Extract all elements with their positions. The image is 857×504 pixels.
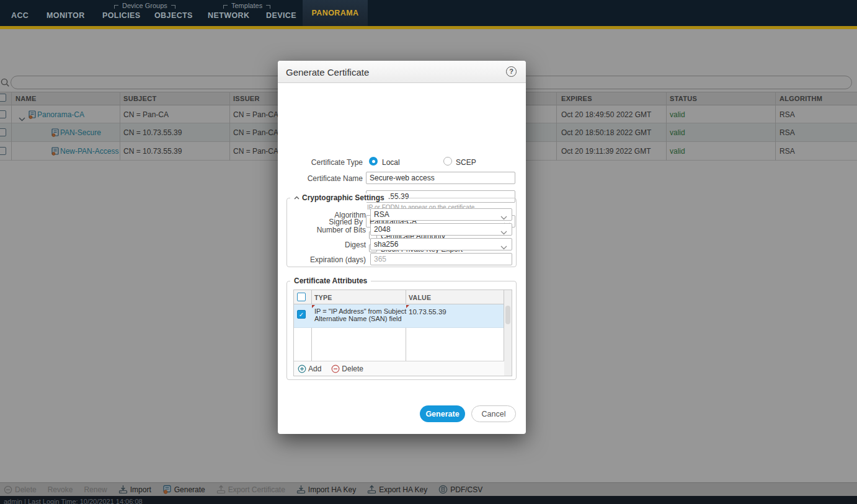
dialog-header: Generate Certificate ? <box>278 61 526 83</box>
chevron-down-icon <box>500 243 507 252</box>
column-header-algorithm[interactable]: ALGORITHM <box>779 95 822 102</box>
attribute-value-cell: 10.73.55.39 <box>409 308 446 316</box>
certificate-name-link[interactable]: New-PAN-Access <box>60 147 118 156</box>
digest-select[interactable]: sha256 <box>370 238 512 250</box>
toolbar-export-ha-key-button[interactable]: Export HA Key <box>367 485 427 494</box>
attribute-row-checkbox[interactable]: ✓ <box>297 310 306 319</box>
status-footer: admin | Last Login Time: 10/20/2021 14:0… <box>0 496 857 504</box>
column-header-issuer[interactable]: ISSUER <box>233 95 260 102</box>
radio-local[interactable] <box>369 157 378 166</box>
attr-column-value[interactable]: VALUE <box>409 294 431 301</box>
column-header-expires[interactable]: EXPIRES <box>561 95 592 102</box>
export-icon <box>216 485 226 494</box>
toolbar-revoke-button: Revoke <box>48 485 73 494</box>
plus-circle-icon <box>298 365 306 373</box>
toolbar-pdf-csv-button[interactable]: PDF/CSV <box>438 485 482 494</box>
radio-local-label[interactable]: Local <box>382 158 400 167</box>
toolbar-generate-button[interactable]: Generate <box>162 485 205 494</box>
expires-cell: Oct 20 18:49:50 2022 GMT <box>561 110 651 119</box>
chevron-down-icon <box>500 213 507 222</box>
status-badge: valid <box>670 110 685 119</box>
certificate-name-link[interactable]: Panorama-CA <box>37 110 84 119</box>
panorama-app: NAME SUBJECT ISSUER EXPIRES STATUS ALGOR… <box>0 0 857 504</box>
column-divider <box>229 92 230 161</box>
issuer-cell: CN = Pan-CA <box>233 128 278 137</box>
column-divider <box>120 92 120 161</box>
tab-network[interactable]: NETWORK <box>208 11 249 20</box>
expires-cell: Oct 20 19:11:39 2022 GMT <box>561 147 651 156</box>
import-icon <box>296 485 306 494</box>
algorithm-cell: RSA <box>779 128 795 137</box>
radio-scep[interactable] <box>443 157 452 166</box>
top-nav: ACC MONITOR POLICIES OBJECTS NETWORK DEV… <box>0 0 857 26</box>
attributes-select-all-checkbox[interactable] <box>297 293 306 301</box>
expiration-field[interactable] <box>370 253 512 265</box>
number-of-bits-label: Number of Bits <box>278 226 366 234</box>
tab-device[interactable]: DEVICE <box>266 11 296 20</box>
device-groups-bracket: Device Groups <box>114 2 175 9</box>
algorithm-cell: RSA <box>779 147 795 156</box>
minus-circle-icon <box>331 365 340 373</box>
delete-attribute-button[interactable]: Delete <box>331 365 363 373</box>
generate-button[interactable]: Generate <box>420 405 465 422</box>
bottom-toolbar: Delete Revoke Renew Import Generate Expo… <box>0 482 857 496</box>
gold-accent-bar <box>0 26 857 29</box>
certificate-name-field[interactable] <box>366 172 515 184</box>
session-info-text: admin | Last Login Time: 10/20/2021 14:0… <box>4 498 143 504</box>
help-icon[interactable]: ? <box>506 66 517 77</box>
certificate-icon <box>162 485 172 494</box>
column-header-subject[interactable]: SUBJECT <box>123 95 156 102</box>
column-divider <box>11 92 12 161</box>
cryptographic-settings-legend[interactable]: Cryptographic Settings <box>290 193 388 202</box>
column-divider <box>556 92 557 161</box>
radio-scep-label[interactable]: SCEP <box>456 158 476 167</box>
number-of-bits-select[interactable]: 2048 <box>370 223 512 236</box>
add-attribute-button[interactable]: Add <box>298 365 321 373</box>
cancel-button[interactable]: Cancel <box>471 405 516 422</box>
scrollbar[interactable] <box>504 290 512 376</box>
generate-certificate-dialog: Generate Certificate ? Certificate Type … <box>278 61 526 434</box>
tab-objects[interactable]: OBJECTS <box>154 11 193 20</box>
algorithm-cell: RSA <box>779 110 795 119</box>
column-header-name[interactable]: NAME <box>16 95 37 102</box>
attr-column-type[interactable]: TYPE <box>314 294 332 301</box>
certificate-name-link[interactable]: PAN-Secure <box>60 128 101 137</box>
column-header-status[interactable]: STATUS <box>670 95 697 102</box>
search-icon <box>0 77 10 90</box>
row-checkbox[interactable] <box>0 147 6 155</box>
certificate-type-label: Certificate Type <box>278 158 363 167</box>
minus-circle-icon <box>4 485 12 494</box>
row-checkbox[interactable] <box>0 128 6 136</box>
export-icon <box>367 485 376 494</box>
subject-cell: CN = 10.73.55.39 <box>123 147 182 156</box>
expires-cell: Oct 20 18:50:18 2022 GMT <box>561 128 651 137</box>
attribute-row[interactable]: ✓ IP = "IP Address" from Subject Alterna… <box>294 304 504 328</box>
tab-acc[interactable]: ACC <box>11 11 29 20</box>
issuer-cell: CN = Pan-CA <box>233 147 278 156</box>
toolbar-renew-button: Renew <box>84 485 107 494</box>
templates-bracket: Templates <box>223 2 270 9</box>
chevron-down-icon[interactable] <box>19 113 25 124</box>
tab-policies[interactable]: POLICIES <box>102 11 141 20</box>
issuer-cell: CN = Pan-CA <box>233 110 278 119</box>
toolbar-import-button[interactable]: Import <box>118 485 151 494</box>
certificate-icon <box>51 128 60 139</box>
select-all-checkbox[interactable] <box>0 94 6 102</box>
algorithm-select[interactable]: RSA <box>370 208 512 221</box>
certificate-name-label: Certificate Name <box>278 174 363 183</box>
toolbar-delete-button: Delete <box>4 485 37 494</box>
toolbar-import-ha-key-button[interactable]: Import HA Key <box>296 485 356 494</box>
digest-label: Digest <box>278 241 366 249</box>
tab-monitor[interactable]: MONITOR <box>47 11 85 20</box>
import-icon <box>118 485 128 494</box>
attributes-table-footer: Add Delete <box>294 361 504 376</box>
attribute-type-cell: IP = "IP Address" from Subject Alternati… <box>314 308 406 322</box>
tab-panorama[interactable]: PANORAMA <box>303 0 368 26</box>
row-checkbox[interactable] <box>0 110 6 118</box>
subject-cell: CN = Pan-CA <box>123 110 169 119</box>
attributes-table-header: TYPE VALUE <box>294 290 512 304</box>
pdf-csv-icon <box>438 485 448 494</box>
chevron-down-icon <box>500 228 507 237</box>
status-badge: valid <box>670 128 685 137</box>
certificate-icon <box>51 147 60 158</box>
